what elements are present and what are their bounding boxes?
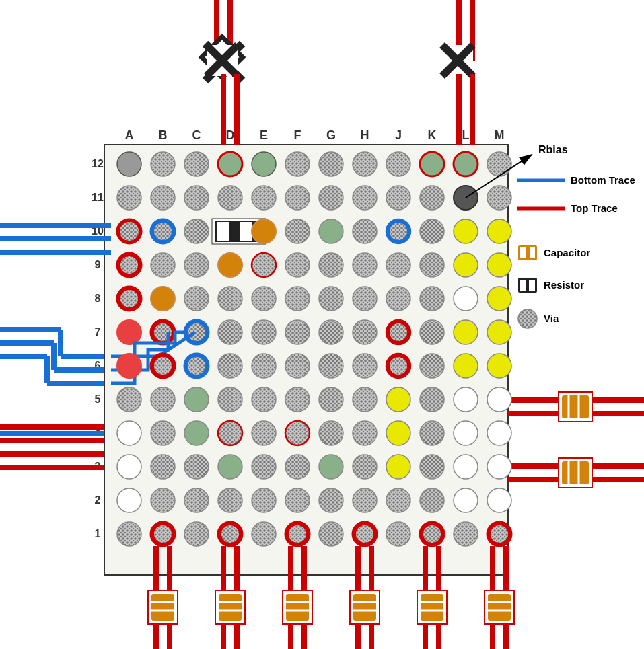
pad-D11 bbox=[218, 186, 242, 210]
pad-F9 bbox=[285, 253, 310, 277]
col-F: F bbox=[294, 128, 301, 142]
pad-L2 bbox=[454, 488, 478, 512]
legend-via-label: Via bbox=[544, 313, 559, 324]
pad-H7 bbox=[353, 320, 377, 344]
pad-D12 bbox=[218, 152, 242, 176]
pad-D9 bbox=[218, 253, 242, 277]
pad-J7-inner bbox=[390, 323, 407, 341]
pad-H10 bbox=[353, 219, 377, 243]
pad-J10-inner bbox=[390, 223, 407, 240]
pad-C11 bbox=[184, 186, 209, 210]
pad-L4 bbox=[454, 421, 478, 445]
pad-D6 bbox=[218, 354, 242, 378]
pad-L1 bbox=[454, 522, 478, 546]
pad-L8 bbox=[454, 287, 478, 311]
pad-D2 bbox=[218, 488, 242, 512]
pad-E3 bbox=[252, 455, 276, 479]
pad-C4 bbox=[184, 421, 209, 445]
pad-A11 bbox=[117, 186, 141, 210]
pad-F4 bbox=[285, 421, 310, 445]
pad-E5 bbox=[252, 387, 276, 412]
pad-H6 bbox=[353, 354, 377, 378]
pad-J4 bbox=[386, 421, 410, 445]
pad-K12 bbox=[420, 152, 444, 176]
legend-bottom-trace-label: Bottom Trace bbox=[571, 174, 635, 186]
pad-L5 bbox=[454, 387, 478, 412]
col-L: L bbox=[462, 128, 470, 142]
pad-G4 bbox=[319, 421, 343, 445]
pad-A10-inner bbox=[120, 222, 139, 241]
pad-L7 bbox=[454, 320, 478, 344]
pad-H11 bbox=[353, 186, 377, 210]
col-D: D bbox=[226, 128, 235, 142]
pad-D7 bbox=[218, 320, 242, 344]
svg-rect-92 bbox=[488, 594, 511, 621]
pad-K6 bbox=[420, 354, 444, 378]
pad-B3 bbox=[151, 455, 175, 479]
legend-resistor-white1 bbox=[520, 280, 526, 291]
svg-rect-68 bbox=[286, 594, 309, 621]
pad-H8 bbox=[353, 287, 377, 311]
pad-K3 bbox=[420, 455, 444, 479]
pad-K5 bbox=[420, 387, 444, 412]
pad-H5 bbox=[353, 387, 377, 412]
svg-rect-118 bbox=[240, 222, 252, 241]
pad-A1 bbox=[117, 522, 141, 546]
pad-J12 bbox=[386, 152, 410, 176]
legend-top-trace-label: Top Trace bbox=[571, 202, 618, 214]
pad-K2 bbox=[420, 488, 444, 512]
pad-D3 bbox=[218, 455, 242, 479]
col-B: B bbox=[159, 128, 168, 142]
pad-E6 bbox=[252, 354, 276, 378]
row-9: 9 bbox=[95, 259, 101, 270]
pad-B8 bbox=[151, 287, 175, 311]
col-E: E bbox=[260, 128, 268, 142]
pad-A5 bbox=[117, 387, 141, 412]
row-5: 5 bbox=[95, 393, 101, 405]
pad-L3 bbox=[454, 455, 478, 479]
pad-E4 bbox=[252, 421, 276, 445]
col-H: H bbox=[361, 128, 369, 142]
col-J: J bbox=[395, 128, 402, 142]
row-2: 2 bbox=[95, 494, 101, 506]
pad-K4 bbox=[420, 421, 444, 445]
pad-M11 bbox=[487, 186, 511, 210]
pad-M3 bbox=[487, 455, 511, 479]
pad-D8 bbox=[218, 287, 242, 311]
legend-resistor-white2 bbox=[529, 280, 535, 291]
pad-A3 bbox=[117, 455, 141, 479]
pad-J9 bbox=[386, 253, 410, 277]
pad-M8 bbox=[487, 287, 511, 311]
pad-E1 bbox=[252, 522, 276, 546]
pad-H12 bbox=[353, 152, 377, 176]
pad-F8 bbox=[285, 287, 310, 311]
pad-G8 bbox=[319, 287, 343, 311]
pad-E11 bbox=[252, 186, 276, 210]
pad-K1-inner bbox=[423, 525, 441, 543]
pad-K7 bbox=[420, 320, 444, 344]
pad-J11 bbox=[386, 186, 410, 210]
pad-A12 bbox=[117, 152, 141, 176]
svg-rect-44 bbox=[562, 461, 589, 484]
pad-C1 bbox=[184, 522, 209, 546]
pad-H3 bbox=[353, 455, 377, 479]
pad-B6-inner bbox=[154, 357, 172, 375]
pad-G2 bbox=[319, 488, 343, 512]
svg-rect-36 bbox=[562, 395, 589, 418]
row-11: 11 bbox=[92, 192, 104, 203]
pad-M4 bbox=[487, 421, 511, 445]
pad-L12 bbox=[454, 152, 478, 176]
pad-C5 bbox=[184, 387, 209, 412]
legend-capacitor-label: Capacitor bbox=[544, 247, 590, 258]
pad-G12 bbox=[319, 152, 343, 176]
pad-M10 bbox=[487, 219, 511, 243]
pad-D1-inner bbox=[221, 525, 239, 543]
pad-L6 bbox=[454, 354, 478, 378]
pad-K10 bbox=[420, 219, 444, 243]
svg-rect-76 bbox=[353, 594, 376, 621]
pad-E9 bbox=[252, 253, 276, 277]
pad-J5 bbox=[386, 387, 410, 412]
pad-D5 bbox=[218, 387, 242, 412]
pad-A4 bbox=[117, 421, 141, 445]
pad-C8 bbox=[184, 287, 209, 311]
